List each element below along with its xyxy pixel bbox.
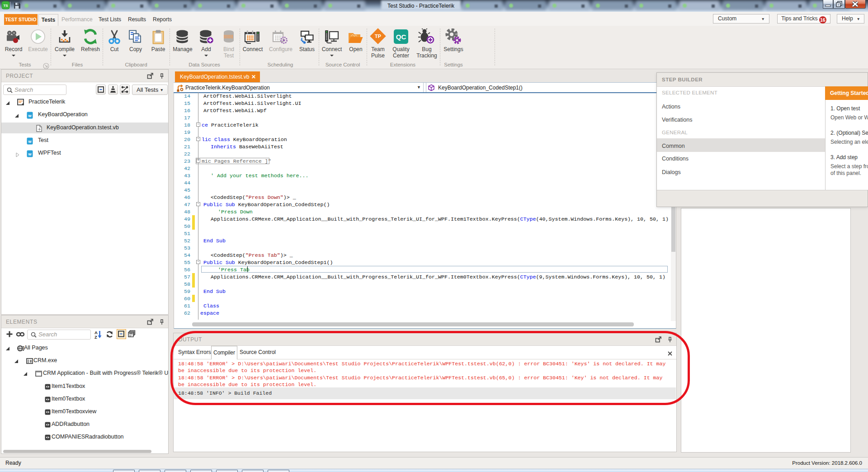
svg-text:Z: Z — [94, 335, 97, 339]
svg-text:w: w — [28, 151, 32, 156]
svg-text:w: w — [28, 113, 32, 118]
svg-text:QC: QC — [396, 33, 406, 41]
svg-text:TP: TP — [375, 33, 381, 39]
svg-text:w: w — [28, 139, 32, 143]
